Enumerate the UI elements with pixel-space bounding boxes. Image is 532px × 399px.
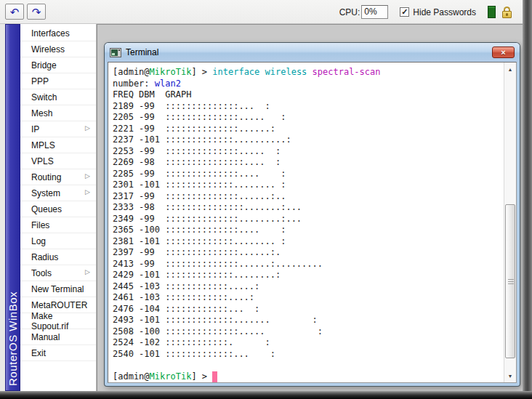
- terminal-text: 2508 -100 ::::::::::::::..... :: [113, 326, 323, 336]
- terminal-text: 2476 -104 ::::::::::::... :: [113, 304, 259, 314]
- sidebar-item-label: Log: [31, 236, 46, 246]
- sidebar-item-ppp[interactable]: PPP: [20, 73, 96, 89]
- sidebar-item-ip[interactable]: IP▷: [20, 121, 96, 137]
- sidebar-item-interfaces[interactable]: Interfaces: [20, 25, 96, 41]
- sidebar-item-label: MPLS: [31, 140, 55, 150]
- terminal-text: 2365 -100 ::::::::::::::.... :: [113, 225, 286, 235]
- sidebar-item-log[interactable]: Log: [20, 233, 96, 249]
- scrollbar-down-arrow[interactable]: ▼: [504, 370, 516, 382]
- terminal-line: number: wlan2: [113, 78, 504, 90]
- terminal-text: 2285 -99 ::::::::::::::.... :: [113, 169, 286, 179]
- sidebar-item-wireless[interactable]: Wireless: [20, 41, 96, 57]
- terminal-text: [admin@: [113, 371, 150, 382]
- terminal-text: 2237 -101 :::::::::::::..........:: [113, 134, 291, 145]
- sidebar-item-label: New Terminal: [31, 284, 84, 294]
- terminal-output[interactable]: [admin@MikroTik] > interface wireless sp…: [108, 63, 504, 382]
- sidebar-item-label: Files: [31, 220, 49, 230]
- close-button[interactable]: ×: [492, 47, 515, 58]
- scrollbar-up-arrow[interactable]: ▲: [504, 63, 516, 75]
- terminal-text: 2381 -101 :::::::::::::........ :: [113, 236, 286, 246]
- terminal-line: [admin@MikroTik] > interface wireless sp…: [113, 67, 504, 78]
- terminal-title: Terminal: [126, 47, 158, 57]
- sidebar-item-label: Manual: [31, 332, 60, 342]
- sidebar-item-mpls[interactable]: MPLS: [20, 137, 96, 153]
- terminal-line: 2301 -101 :::::::::::::........ :: [113, 180, 504, 191]
- brand-bar: RouterOS WinBox: [5, 24, 20, 391]
- terminal-text: 2461 -103 ::::::::::::....:: [113, 292, 254, 302]
- sidebar-item-mesh[interactable]: Mesh: [20, 105, 96, 121]
- secure-session-lock-icon: [501, 7, 512, 18]
- terminal-line: 2285 -99 ::::::::::::::.... :: [113, 169, 504, 180]
- hide-passwords-checkbox[interactable]: ✓: [400, 7, 409, 17]
- terminal-line: 2493 -101 :::::::::::::....... :: [113, 315, 504, 326]
- window-edge-shadow-right: [523, 0, 532, 399]
- terminal-text: 2493 -101 :::::::::::::....... :: [113, 315, 318, 325]
- sidebar-item-label: Switch: [31, 92, 57, 102]
- submenu-arrow-icon: ▷: [85, 188, 90, 196]
- sidebar-item-radius[interactable]: Radius: [20, 249, 96, 265]
- terminal-text: 2429 -101 :::::::::::::........:: [113, 270, 281, 280]
- sidebar-item-label: Bridge: [31, 60, 57, 70]
- terminal-text: wlan2: [155, 78, 181, 89]
- terminal-line: 2413 -99 ::::::::::::::......:.........: [113, 259, 504, 270]
- sidebar-item-switch[interactable]: Switch: [20, 89, 96, 105]
- undo-button[interactable]: ↶: [5, 4, 24, 20]
- sidebar-item-label: Routing: [31, 172, 61, 182]
- sidebar-item-queues[interactable]: Queues: [20, 201, 96, 217]
- terminal-text: 2349 -99 ::::::::::::::........:...: [113, 214, 302, 224]
- scrollbar-grip: [508, 279, 514, 284]
- terminal-line: 2269 -98 :::::::::::::::.... :: [113, 157, 504, 169]
- terminal-text: interface wireless: [212, 67, 312, 77]
- terminal-line: 2397 -99 ::::::::::::::......:.: [113, 247, 504, 259]
- terminal-text: 2221 -99 ::::::::::::::......:: [113, 124, 275, 134]
- sidebar-item-vpls[interactable]: VPLS: [20, 153, 96, 169]
- submenu-arrow-icon: ▷: [85, 268, 90, 275]
- toolbar-right-cluster: CPU: 0% ✓ Hide Passwords: [339, 0, 512, 24]
- submenu-arrow-icon: ▷: [85, 172, 90, 180]
- sidebar-item-label: PPP: [31, 76, 49, 86]
- terminal-line: 2524 -102 ::::::::::::. :: [113, 337, 504, 349]
- undo-icon: ↶: [10, 7, 20, 17]
- cpu-label: CPU:: [339, 7, 360, 17]
- terminal-text: 2445 -103 ::::::::::::.....:: [113, 281, 259, 291]
- redo-button[interactable]: ↷: [27, 4, 46, 20]
- terminal-text: 2205 -99 ::::::::::::::..... :: [113, 112, 286, 122]
- toolbar: ↶ ↷ CPU: 0% ✓ Hide Passwords: [0, 0, 523, 24]
- sidebar-item-label: Mesh: [31, 108, 52, 118]
- sidebar-item-label: MetaROUTER: [31, 300, 87, 310]
- cpu-value-field: 0%: [361, 5, 388, 19]
- sidebar-item-new-terminal[interactable]: New Terminal: [20, 281, 96, 297]
- terminal-text: ] >: [191, 67, 212, 77]
- terminal-line: 2381 -101 :::::::::::::........ :: [113, 236, 504, 248]
- terminal-line: 2317 -99 ::::::::::::::......:..: [113, 191, 504, 203]
- window-edge-shadow-bottom: [0, 391, 532, 399]
- terminal-icon-pixel: [112, 53, 115, 55]
- terminal-text: MikroTik: [150, 371, 192, 382]
- sidebar-menu: InterfacesWirelessBridgePPPSwitchMeshIP▷…: [20, 24, 97, 391]
- sidebar-item-files[interactable]: Files: [20, 217, 96, 233]
- close-icon: ×: [501, 49, 505, 57]
- checkmark-icon: ✓: [401, 7, 408, 17]
- terminal-titlebar[interactable]: Terminal ×: [105, 43, 520, 62]
- terminal-line: 2221 -99 ::::::::::::::......:: [113, 124, 504, 135]
- terminal-text: 2540 -101 :::::::::::::... :: [113, 349, 275, 359]
- sidebar-item-label: Make Supout.rif: [31, 311, 90, 331]
- terminal-icon-dot: [118, 49, 120, 51]
- sidebar-item-label: Tools: [31, 268, 52, 278]
- sidebar-item-label: System: [31, 188, 60, 198]
- sidebar-item-bridge[interactable]: Bridge: [20, 57, 96, 73]
- sidebar-item-routing[interactable]: Routing▷: [20, 169, 96, 185]
- terminal-line: 2189 -99 ::::::::::::::... :: [113, 101, 504, 113]
- terminal-text: FREQ DBM GRAPH: [113, 89, 191, 100]
- sidebar-item-tools[interactable]: Tools▷: [20, 265, 96, 281]
- sidebar-item-manual[interactable]: Manual: [20, 329, 96, 345]
- terminal-scrollbar[interactable]: ▲ ▼: [504, 63, 516, 382]
- connection-indicator-icon: [488, 6, 496, 18]
- terminal-line: 2349 -99 ::::::::::::::........:...: [113, 214, 504, 225]
- sidebar-item-system[interactable]: System▷: [20, 185, 96, 201]
- terminal-line: 2476 -104 ::::::::::::... :: [113, 304, 504, 315]
- sidebar-item-label: Queues: [31, 204, 62, 214]
- sidebar-item-exit[interactable]: Exit: [20, 345, 96, 361]
- sidebar-item-make-supout-rif[interactable]: Make Supout.rif: [20, 313, 96, 329]
- scrollbar-thumb[interactable]: [505, 204, 515, 358]
